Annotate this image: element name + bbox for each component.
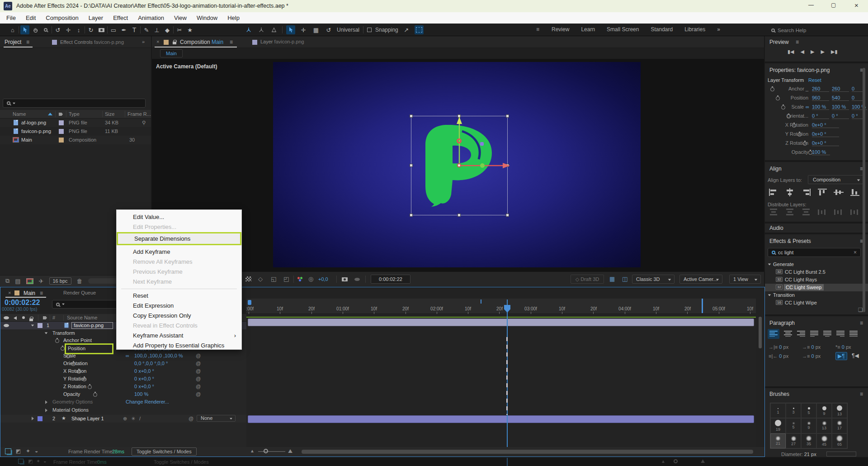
menu-animation[interactable]: Animation bbox=[138, 14, 164, 21]
expression-icon[interactable]: @ bbox=[196, 361, 201, 366]
gizmo-local-tool[interactable] bbox=[257, 25, 266, 34]
rotation-tool[interactable]: ↻ bbox=[86, 25, 95, 34]
menu-composition[interactable]: Composition bbox=[46, 14, 78, 21]
effect-item[interactable]: 32 CC Light Rays bbox=[765, 276, 868, 284]
layer-name-box[interactable]: favicon-p.png bbox=[71, 322, 113, 329]
tab-layer[interactable]: Layer favicon-p.png bbox=[260, 39, 304, 44]
prop-position[interactable]: Position bbox=[68, 346, 85, 351]
layer-color-swatch[interactable] bbox=[38, 416, 42, 421]
expression-icon[interactable]: @ bbox=[196, 368, 201, 374]
workspace-learn[interactable]: Learn bbox=[581, 26, 595, 33]
selection-tool[interactable] bbox=[20, 25, 29, 34]
timeline-horizontal-scrollbar[interactable] bbox=[302, 450, 753, 454]
zoom-tool[interactable] bbox=[41, 25, 50, 34]
align-text-center-button[interactable] bbox=[783, 330, 793, 338]
selection-handle[interactable] bbox=[506, 114, 509, 118]
align-center-vertical-icon[interactable] bbox=[834, 188, 844, 196]
stopwatch-icon[interactable] bbox=[770, 87, 774, 91]
gizmo-scale-tool[interactable]: ▦ bbox=[311, 25, 321, 34]
interpret-footage-icon[interactable]: ⧉ bbox=[5, 277, 9, 285]
prop-anchor-point[interactable]: Anchor Point bbox=[63, 338, 92, 343]
scale-link-icon[interactable]: ∞ bbox=[126, 353, 129, 358]
prop-y-rotation[interactable]: Y Rotation bbox=[63, 376, 86, 381]
video-column-icon[interactable] bbox=[4, 316, 9, 319]
menu-file[interactable]: File bbox=[6, 14, 16, 21]
comp-timecode[interactable]: 0:00:02:22 bbox=[371, 275, 410, 284]
project-row-favicon[interactable]: favicon-p.png PNG file 11 KB bbox=[0, 127, 151, 136]
project-row-main[interactable]: Main Composition 30 bbox=[0, 136, 151, 144]
snapping-checkbox[interactable] bbox=[367, 28, 372, 32]
distribute-bottom-icon[interactable] bbox=[801, 208, 811, 216]
label-swatch[interactable] bbox=[59, 129, 64, 134]
brush-item-selected[interactable]: 21 bbox=[770, 433, 786, 448]
menu-window[interactable]: Window bbox=[197, 14, 217, 21]
distribute-top-icon[interactable] bbox=[769, 208, 778, 216]
layer-expander-icon[interactable] bbox=[31, 325, 34, 327]
effects-mode-icon[interactable]: ✳ bbox=[131, 416, 135, 422]
3d-ground-plane-icon[interactable]: ▦ bbox=[609, 276, 615, 282]
brush-item[interactable]: 5 bbox=[786, 418, 801, 433]
stopwatch-icon[interactable] bbox=[55, 339, 59, 343]
previous-frame-button[interactable]: ◀ bbox=[801, 49, 804, 55]
paragraph-menu-icon[interactable]: ≡ bbox=[860, 320, 863, 326]
brush-item[interactable]: 13 bbox=[832, 403, 847, 418]
snap-options-icon[interactable]: ↗ bbox=[402, 25, 411, 34]
region-of-interest-tool[interactable] bbox=[415, 25, 424, 34]
menu-reset[interactable]: Reset bbox=[117, 291, 241, 301]
menu-add-keyframe[interactable]: Add Keyframe bbox=[117, 247, 241, 257]
brush-item[interactable]: 65 bbox=[832, 433, 847, 448]
motion-blur-icon[interactable]: ◩ bbox=[16, 448, 21, 454]
first-frame-button[interactable]: ▮◀ bbox=[788, 49, 794, 55]
clone-stamp-tool[interactable]: ⊥ bbox=[152, 25, 161, 34]
transform-expander-icon[interactable] bbox=[45, 333, 47, 334]
puppet-pin-tool[interactable]: ★ bbox=[185, 25, 194, 34]
frame-blending-icon[interactable] bbox=[5, 448, 11, 454]
selection-handle[interactable] bbox=[506, 214, 509, 217]
workspace-libraries[interactable]: Libraries bbox=[684, 26, 705, 33]
gizmo-select-tool[interactable] bbox=[286, 25, 295, 34]
menu-keyframe-assistant[interactable]: Keyframe Assistant› bbox=[117, 331, 241, 341]
effects-group-generate[interactable]: Generate bbox=[765, 261, 868, 268]
justify-last-left-button[interactable] bbox=[810, 330, 819, 338]
scale-value[interactable]: 100,0 ,100,0 ,100,0 % bbox=[134, 353, 183, 358]
ltr-direction-button[interactable]: ▶¶ bbox=[835, 352, 847, 360]
layer2-duration-bar[interactable] bbox=[248, 415, 754, 423]
prop-orientation[interactable]: Orientation bbox=[63, 361, 88, 366]
position-y-value[interactable]: 540 bbox=[832, 95, 849, 101]
project-tab-overflow-icon[interactable]: » bbox=[142, 39, 145, 44]
selection-handle[interactable] bbox=[410, 214, 413, 217]
project-bpc-button[interactable]: 16 bpc bbox=[49, 277, 71, 285]
label-column-icon[interactable] bbox=[43, 316, 47, 319]
orientation-value[interactable]: 0,0 °,0,0 °,0,0 ° bbox=[134, 361, 168, 366]
work-area-end-marker[interactable] bbox=[702, 299, 703, 313]
expression-icon[interactable]: @ bbox=[196, 384, 201, 389]
pan-camera-tool[interactable]: ✛ bbox=[64, 25, 73, 34]
effect-item[interactable]: 32 CC Light Burst 2.5 bbox=[765, 268, 868, 276]
audio-column-icon[interactable] bbox=[14, 316, 17, 320]
timeline-zoom-slider[interactable] bbox=[258, 451, 285, 452]
layer-color-swatch[interactable] bbox=[38, 323, 42, 328]
project-row-af-logo[interactable]: af-logo.png PNG file 34 KB ⚲ bbox=[0, 119, 151, 127]
prop-scale[interactable]: Scale bbox=[63, 353, 76, 358]
comp-marker[interactable] bbox=[481, 300, 481, 304]
expression-icon[interactable]: @ bbox=[196, 376, 201, 381]
menu-copy-expression-only[interactable]: Copy Expression Only bbox=[117, 311, 241, 321]
z-rotation-value[interactable]: 0x+0 ° bbox=[812, 140, 839, 146]
region-of-interest-icon[interactable]: ◱ bbox=[271, 276, 276, 282]
justify-last-center-button[interactable] bbox=[823, 330, 832, 338]
tab-render-queue[interactable]: Render Queue bbox=[63, 290, 96, 295]
align-top-icon[interactable] bbox=[817, 188, 827, 196]
opacity-value[interactable]: 100 % bbox=[134, 391, 148, 397]
layer-row-2[interactable]: 2 ★ Shape Layer 1 ⊕ ✳ / @ None bbox=[0, 415, 246, 423]
minimize-button[interactable]: — bbox=[808, 2, 814, 8]
workspace-overflow-icon[interactable]: » bbox=[717, 26, 720, 33]
transform-group-label[interactable]: Transform bbox=[52, 330, 75, 336]
workspace-standard[interactable]: Standard bbox=[651, 26, 673, 33]
indent-left-field[interactable]: →|≡ 0 px bbox=[769, 344, 788, 350]
gizmo-x-axis-arrow[interactable] bbox=[459, 162, 510, 169]
menu-edit-expression[interactable]: Edit Expression bbox=[117, 301, 241, 311]
menu-edit-value[interactable]: Edit Value... bbox=[117, 212, 241, 222]
y-rotation-value[interactable]: 0 x+0,0 ° bbox=[134, 376, 154, 381]
new-folder-icon[interactable]: ▤ bbox=[15, 278, 20, 285]
effects-search-input[interactable]: cc light × bbox=[768, 248, 861, 257]
